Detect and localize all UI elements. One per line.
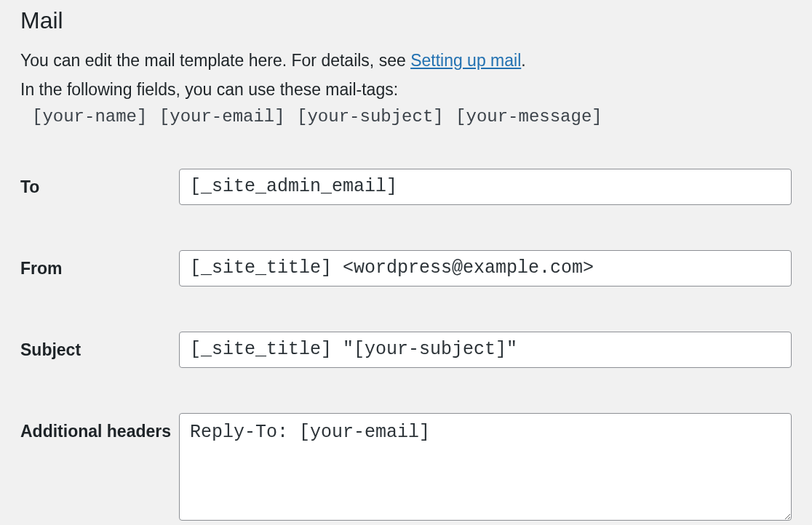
- desc-suffix: .: [521, 51, 525, 70]
- subject-label: Subject: [20, 332, 179, 363]
- from-label: From: [20, 250, 179, 281]
- subject-row: Subject: [20, 332, 792, 368]
- mail-heading: Mail: [20, 7, 792, 34]
- from-row: From: [20, 250, 792, 286]
- from-input[interactable]: [179, 250, 792, 286]
- setting-up-mail-link[interactable]: Setting up mail: [410, 51, 521, 70]
- to-row: To: [20, 169, 792, 205]
- additional-headers-label: Additional headers: [20, 413, 179, 444]
- mail-tags-list: [your-name] [your-email] [your-subject] …: [20, 107, 792, 127]
- to-label: To: [20, 169, 179, 200]
- desc-prefix: You can edit the mail template here. For…: [20, 51, 410, 70]
- mail-description-line1: You can edit the mail template here. For…: [20, 47, 792, 75]
- additional-headers-textarea[interactable]: [179, 413, 792, 521]
- additional-headers-row: Additional headers: [20, 413, 792, 524]
- mail-description-line2: In the following fields, you can use the…: [20, 76, 792, 104]
- subject-input[interactable]: [179, 332, 792, 368]
- to-input[interactable]: [179, 169, 792, 205]
